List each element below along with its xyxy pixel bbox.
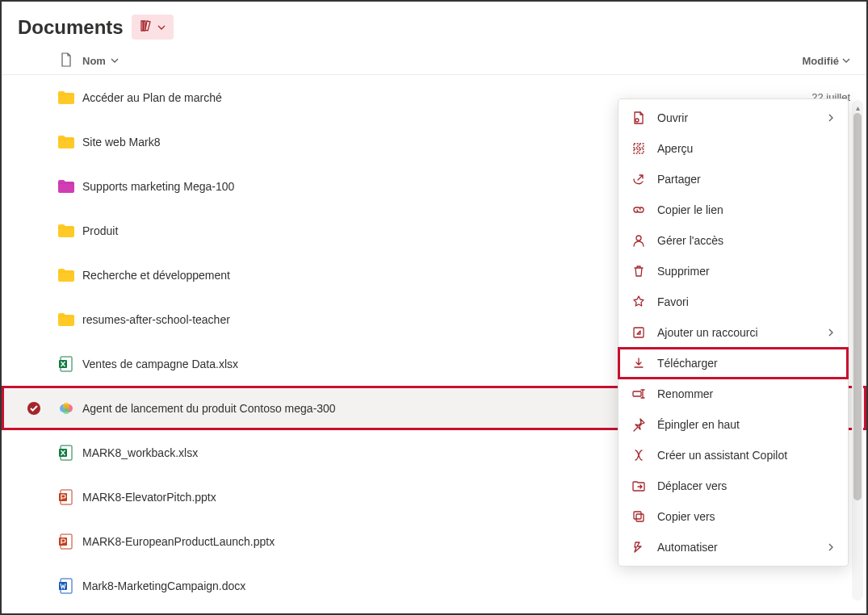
chevron-down-icon: [842, 55, 850, 67]
file-type-icon: [50, 224, 82, 238]
context-menu-label: Créer un assistant Copilot: [657, 449, 835, 462]
view-switcher[interactable]: [132, 15, 174, 40]
context-menu-item[interactable]: Aperçu: [619, 133, 848, 164]
scroll-up-arrow[interactable]: ▴: [852, 102, 863, 113]
file-type-icon: [50, 312, 82, 327]
chevron-down-icon: [157, 21, 166, 34]
file-type-icon: [50, 400, 82, 417]
filetype-column-header[interactable]: [50, 52, 82, 69]
context-menu-item[interactable]: Télécharger: [619, 348, 848, 379]
file-name[interactable]: Mark8-MarketingCampaign.docx: [82, 579, 729, 592]
file-type-icon: [50, 533, 82, 550]
name-column-label: Nom: [82, 55, 106, 67]
move-icon: [631, 479, 646, 493]
context-menu-item[interactable]: Déplacer vers: [619, 471, 848, 501]
svg-rect-18: [633, 391, 641, 396]
context-menu-item[interactable]: Supprimer: [619, 256, 848, 287]
chevron-right-icon: [827, 111, 835, 124]
context-menu-item[interactable]: Créer un assistant Copilot: [619, 440, 848, 471]
scrollbar-thumb[interactable]: [853, 113, 862, 500]
context-menu: OuvrirAperçuPartagerCopier le lienGérer …: [618, 98, 849, 567]
context-menu-item[interactable]: Automatiser: [619, 532, 848, 563]
modified-column-header[interactable]: Modifié: [729, 55, 850, 67]
context-menu-label: Télécharger: [657, 357, 835, 370]
download-icon: [631, 356, 646, 370]
context-menu-item[interactable]: Épingler en haut: [619, 409, 848, 440]
context-menu-item[interactable]: Ouvrir: [619, 102, 848, 133]
rename-icon: [631, 387, 646, 401]
context-menu-item[interactable]: Partager: [619, 164, 848, 195]
file-type-icon: [50, 578, 82, 594]
svg-point-15: [635, 119, 639, 122]
name-column-header[interactable]: Nom: [82, 55, 729, 67]
file-type-icon: [50, 90, 82, 105]
file-type-icon: [50, 489, 82, 505]
context-menu-label: Ouvrir: [657, 111, 816, 124]
delete-icon: [631, 264, 646, 278]
context-menu-label: Gérer l'accès: [657, 234, 835, 247]
favorite-icon: [631, 295, 646, 309]
link-icon: [631, 203, 646, 217]
context-menu-label: Déplacer vers: [657, 479, 835, 492]
open-icon: [631, 111, 646, 125]
context-menu-label: Copier vers: [657, 510, 835, 523]
svg-rect-20: [636, 514, 644, 521]
file-row[interactable]: Mark8-MarketingCampaign.docx: [2, 563, 866, 608]
access-icon: [631, 233, 646, 248]
svg-point-16: [636, 236, 641, 241]
modified-column-label: Modifié: [803, 55, 840, 67]
library-icon: [140, 19, 153, 35]
preview-icon: [631, 141, 646, 156]
shortcut-icon: [631, 325, 646, 340]
context-menu-item[interactable]: Ajouter un raccourci: [619, 317, 848, 348]
column-headers: Nom Modifié: [2, 48, 866, 75]
context-menu-label: Favori: [657, 295, 835, 308]
page-header: Documents: [2, 2, 866, 48]
file-type-icon: [50, 445, 82, 461]
file-icon: [60, 52, 73, 69]
file-type-icon: [50, 135, 82, 149]
automate-icon: [631, 540, 646, 554]
pin-icon: [631, 417, 646, 432]
copilot-create-icon: [631, 448, 646, 462]
svg-rect-19: [634, 512, 641, 519]
context-menu-label: Épingler en haut: [657, 418, 835, 431]
share-icon: [631, 172, 646, 186]
chevron-right-icon: [827, 326, 835, 339]
file-type-icon: [50, 179, 82, 194]
context-menu-item[interactable]: Favori: [619, 287, 848, 317]
context-menu-label: Renommer: [657, 387, 835, 400]
context-menu-label: Supprimer: [657, 265, 835, 278]
context-menu-item[interactable]: Renommer: [619, 379, 848, 409]
page-title: Documents: [18, 16, 124, 39]
context-menu-item[interactable]: Copier vers: [619, 501, 848, 532]
file-type-icon: [50, 268, 82, 282]
chevron-right-icon: [827, 541, 835, 554]
file-type-icon: [50, 356, 82, 372]
chevron-down-icon: [111, 55, 119, 67]
context-menu-item[interactable]: Copier le lien: [619, 195, 848, 225]
context-menu-label: Ajouter un raccourci: [657, 326, 816, 339]
context-menu-label: Partager: [657, 173, 835, 186]
context-menu-item[interactable]: Gérer l'accès: [619, 225, 848, 256]
svg-point-6: [63, 408, 69, 414]
context-menu-label: Automatiser: [657, 541, 816, 554]
row-checkbox[interactable]: [18, 401, 50, 416]
context-menu-label: Copier le lien: [657, 203, 835, 216]
copy-icon: [631, 509, 646, 524]
scrollbar[interactable]: ▴: [852, 100, 863, 600]
context-menu-label: Aperçu: [657, 142, 835, 155]
file-name[interactable]: Agent de lancement du produit Contoso me…: [82, 402, 686, 415]
